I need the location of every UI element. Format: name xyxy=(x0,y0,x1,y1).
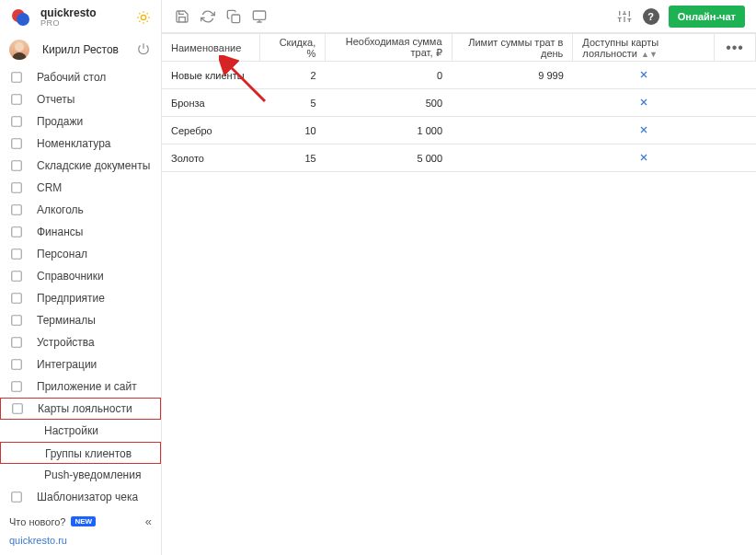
sidebar-item-8[interactable]: Персонал xyxy=(0,243,161,265)
logo-icon xyxy=(9,6,31,29)
svg-rect-13 xyxy=(12,294,22,304)
svg-rect-14 xyxy=(12,316,22,326)
sidebar-item-7[interactable]: Финансы xyxy=(0,221,161,243)
col-spend-sum[interactable]: Необходимая сумма трат, ₽ xyxy=(326,34,452,62)
cell-loyalty-cards xyxy=(573,117,715,145)
integrations-icon xyxy=(9,357,24,372)
main: ? Онлайн-чат Наименование Скидка, % Необ… xyxy=(162,0,756,555)
user-row: Кирилл Рестов xyxy=(0,33,161,66)
svg-rect-7 xyxy=(12,161,22,171)
sidebar-item-10[interactable]: Предприятие xyxy=(0,287,161,309)
sidebar-item-label: Отчеты xyxy=(37,93,74,106)
finance-icon xyxy=(9,225,24,239)
table-row[interactable]: Золото155 000 xyxy=(162,145,756,172)
new-badge: NEW xyxy=(71,516,96,526)
col-discount[interactable]: Скидка, % xyxy=(259,34,325,62)
sidebar-item-3[interactable]: Номенклатура xyxy=(0,133,161,155)
sidebar-item-15[interactable]: Карты лояльности xyxy=(0,398,161,420)
cell-actions xyxy=(715,117,756,145)
svg-rect-9 xyxy=(12,205,22,215)
cell-name: Золото xyxy=(162,145,259,172)
sidebar-item-13[interactable]: Интеграции xyxy=(0,353,161,376)
crm-icon xyxy=(9,180,24,195)
sidebar: quickresto PRO Кирилл Рестов Рабочий сто… xyxy=(0,0,162,555)
theme-toggle[interactable] xyxy=(135,9,152,26)
col-name[interactable]: Наименование xyxy=(162,34,259,62)
monitor-button[interactable] xyxy=(250,7,269,26)
logout-button[interactable] xyxy=(137,42,152,57)
table-wrap: Наименование Скидка, % Необходимая сумма… xyxy=(162,33,756,555)
cell-spend-sum: 5 000 xyxy=(326,145,452,172)
client-groups-table: Наименование Скидка, % Необходимая сумма… xyxy=(162,33,756,172)
cell-spend-sum: 1 000 xyxy=(326,117,452,145)
cell-loyalty-cards xyxy=(573,89,715,117)
online-chat-button[interactable]: Онлайн-чат xyxy=(669,6,745,28)
sidebar-item-label: Номенклатура xyxy=(37,137,111,150)
help-button[interactable]: ? xyxy=(643,8,659,25)
svg-rect-6 xyxy=(12,139,22,149)
app-tier: PRO xyxy=(40,19,97,28)
svg-rect-19 xyxy=(12,492,22,503)
copy-button[interactable] xyxy=(224,7,243,26)
nav: Рабочий столОтчетыПродажиНоменклатураСкл… xyxy=(0,66,161,508)
table-row[interactable]: Бронза5500 xyxy=(162,89,756,117)
logo-row: quickresto PRO xyxy=(0,0,161,33)
x-icon[interactable] xyxy=(637,69,650,82)
dashboard-icon xyxy=(9,70,24,85)
sort-icon[interactable]: ▲▼ xyxy=(641,50,658,59)
settings-sliders-button[interactable] xyxy=(615,7,634,26)
x-icon[interactable] xyxy=(637,97,650,110)
sidebar-footer: Что нового? NEW « quickresto.ru xyxy=(0,508,161,555)
staff-icon xyxy=(9,247,24,261)
sidebar-item-0[interactable]: Рабочий стол xyxy=(0,66,161,88)
svg-point-1 xyxy=(17,13,29,26)
cell-name: Новые клиенты xyxy=(162,62,259,89)
sidebar-item-label: Предприятие xyxy=(37,292,105,305)
sidebar-item-11[interactable]: Терминалы xyxy=(0,309,161,331)
sidebar-item-5[interactable]: CRM xyxy=(0,177,161,199)
sidebar-item-12[interactable]: Устройства xyxy=(0,331,161,353)
sidebar-item-9[interactable]: Справочники xyxy=(0,265,161,287)
x-icon[interactable] xyxy=(637,152,650,165)
sidebar-item-6[interactable]: Алкоголь xyxy=(0,199,161,221)
sidebar-item-label: Финансы xyxy=(37,225,83,238)
cell-spend-sum: 500 xyxy=(326,89,452,117)
refresh-button[interactable] xyxy=(199,7,217,26)
col-loyalty-cards[interactable]: Доступны карты лояльности▲▼ xyxy=(573,34,715,62)
sidebar-item-label: Терминалы xyxy=(37,314,96,327)
directories-icon xyxy=(9,269,24,283)
app-name: quickresto xyxy=(40,7,97,18)
site-link[interactable]: quickresto.ru xyxy=(9,535,152,546)
cell-loyalty-cards xyxy=(573,62,715,89)
sidebar-item-label: Устройства xyxy=(37,336,95,349)
svg-rect-10 xyxy=(12,227,22,237)
table-row[interactable]: Новые клиенты209 999 xyxy=(162,62,756,89)
whats-new-link[interactable]: Что нового? xyxy=(9,516,65,527)
loyalty-icon xyxy=(10,401,25,416)
sidebar-item-4[interactable]: Складские документы xyxy=(0,155,161,177)
collapse-sidebar[interactable]: « xyxy=(145,515,152,528)
sidebar-item-1[interactable]: Отчеты xyxy=(0,88,161,110)
sidebar-subitem-2[interactable]: Push-уведомления xyxy=(0,464,161,486)
sales-icon xyxy=(9,114,24,129)
table-menu-button[interactable]: ••• xyxy=(715,34,756,62)
svg-point-2 xyxy=(141,15,145,19)
x-icon[interactable] xyxy=(637,124,650,137)
toolbar: ? Онлайн-чат xyxy=(162,0,756,33)
save-button[interactable] xyxy=(173,7,191,26)
avatar[interactable] xyxy=(9,40,29,60)
sidebar-item-label: Карты лояльности xyxy=(38,402,132,415)
terminals-icon xyxy=(9,313,24,328)
sidebar-item-2[interactable]: Продажи xyxy=(0,110,161,133)
sidebar-subitem-0[interactable]: Настройки xyxy=(0,420,161,442)
sidebar-item-14[interactable]: Приложение и сайт xyxy=(0,376,161,398)
sidebar-subitem-1[interactable]: Группы клиентов xyxy=(0,442,161,464)
svg-rect-3 xyxy=(12,73,22,83)
svg-rect-21 xyxy=(253,11,265,19)
cell-actions xyxy=(715,62,756,89)
col-limit-day[interactable]: Лимит суммы трат в день xyxy=(452,34,573,62)
sidebar-item-16[interactable]: Шаблонизатор чека xyxy=(0,486,161,508)
table-row[interactable]: Серебро101 000 xyxy=(162,117,756,145)
cell-discount: 5 xyxy=(259,89,325,117)
cell-limit-day xyxy=(452,89,573,117)
